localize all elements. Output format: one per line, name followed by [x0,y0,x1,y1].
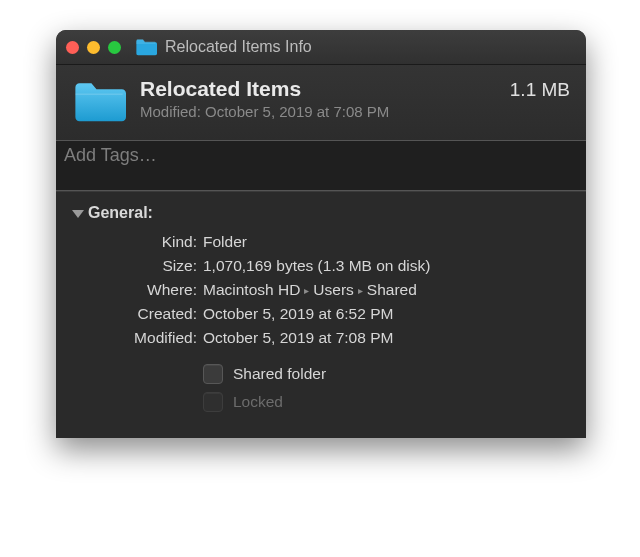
titlebar: Relocated Items Info [56,30,586,65]
created-value: October 5, 2019 at 6:52 PM [203,302,570,326]
row-size: Size: 1,070,169 bytes (1.3 MB on disk) [72,254,570,278]
general-title: General: [88,204,153,222]
header: Relocated Items 1.1 MB Modified: October… [56,65,586,140]
tags-section [56,140,586,191]
size-value: 1,070,169 bytes (1.3 MB on disk) [203,254,570,278]
header-text: Relocated Items 1.1 MB Modified: October… [140,77,570,120]
size-label: Size: [72,254,203,278]
shared-folder-label: Shared folder [233,365,326,383]
window-controls [66,41,121,54]
kind-label: Kind: [72,230,203,254]
general-section: General: Kind: Folder Size: 1,070,169 by… [56,191,586,438]
general-disclosure[interactable]: General: [72,204,570,222]
minimize-button[interactable] [87,41,100,54]
chevron-down-icon [72,210,84,218]
checkbox-icon [203,392,223,412]
where-segment: Macintosh HD [203,281,300,298]
item-name: Relocated Items [140,77,301,101]
item-size: 1.1 MB [510,79,570,101]
info-window: Relocated Items Info Relocated Items 1.1… [56,30,586,438]
created-label: Created: [72,302,203,326]
kind-value: Folder [203,230,570,254]
item-modified: Modified: October 5, 2019 at 7:08 PM [140,103,570,120]
row-kind: Kind: Folder [72,230,570,254]
path-separator-icon: ▸ [354,285,367,296]
row-modified: Modified: October 5, 2019 at 7:08 PM [72,326,570,350]
checkboxes: Shared folder Locked [203,364,570,412]
where-value: Macintosh HD▸Users▸Shared [203,278,570,302]
folder-icon [72,79,126,126]
locked-label: Locked [233,393,283,411]
window-title: Relocated Items Info [165,38,312,56]
folder-icon [135,38,157,56]
row-where: Where: Macintosh HD▸Users▸Shared [72,278,570,302]
shared-folder-checkbox[interactable]: Shared folder [203,364,570,384]
modified-label: Modified: [72,326,203,350]
where-segment: Users [313,281,353,298]
where-label: Where: [72,278,203,302]
modified-value: October 5, 2019 at 7:08 PM [203,326,570,350]
checkbox-icon [203,364,223,384]
close-button[interactable] [66,41,79,54]
locked-checkbox[interactable]: Locked [203,392,570,412]
tags-input[interactable] [56,140,586,191]
where-segment: Shared [367,281,417,298]
row-created: Created: October 5, 2019 at 6:52 PM [72,302,570,326]
path-separator-icon: ▸ [300,285,313,296]
zoom-button[interactable] [108,41,121,54]
